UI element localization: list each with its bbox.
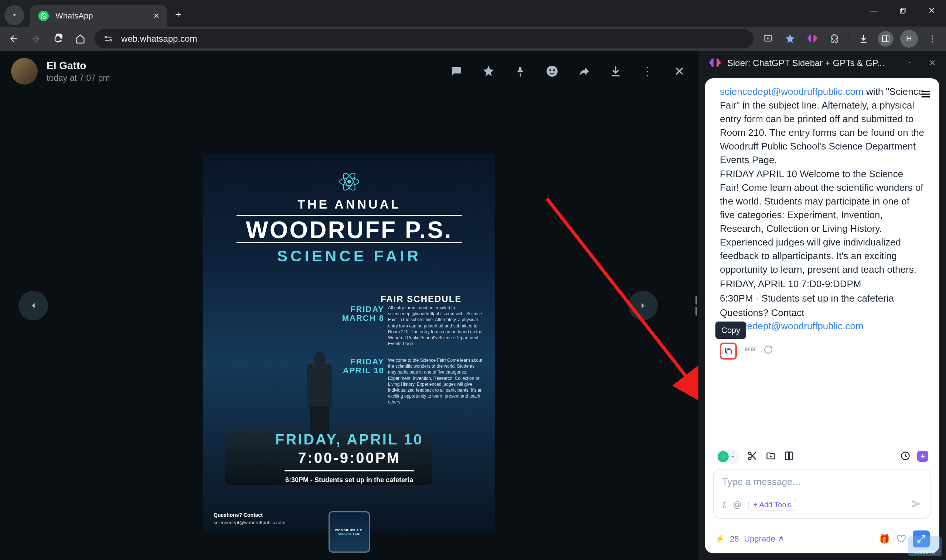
browser-toolbar: web.whatsapp.com H: [0, 26, 946, 51]
folder-add-icon[interactable]: [765, 451, 776, 463]
bookmark-star-icon[interactable]: [782, 31, 798, 46]
extensions-icon[interactable]: [827, 31, 842, 46]
book-icon[interactable]: [784, 451, 795, 463]
whatsapp-icon: [39, 11, 49, 21]
address-bar[interactable]: web.whatsapp.com: [94, 29, 753, 48]
quote-icon[interactable]: ““: [744, 343, 756, 360]
send-button[interactable]: [911, 498, 922, 511]
toolbar-divider: [849, 32, 849, 45]
poster-line3: SCIENCE FAIR: [203, 247, 495, 265]
media-thumbnails: WOODRUFF P.S. SCIENCE FAIR: [329, 511, 370, 552]
svg-rect-21: [727, 349, 731, 354]
svg-point-11: [553, 69, 555, 71]
media-timestamp: today at 7:07 pm: [46, 73, 110, 83]
browser-titlebar: WhatsApp ✕ + — ✕: [0, 0, 946, 26]
poster-line2: WOODRUFF P.S.: [203, 216, 495, 244]
svg-point-10: [549, 69, 551, 71]
ai-response-text: sciencedept@woodruffpublic.com with "Sci…: [705, 78, 939, 443]
svg-rect-0: [901, 8, 905, 12]
new-tab-button[interactable]: +: [175, 8, 181, 20]
sider-close-icon[interactable]: ✕: [929, 58, 936, 68]
thumbnail-selected[interactable]: WOODRUFF P.S. SCIENCE FAIR: [329, 511, 370, 552]
profile-avatar[interactable]: H: [900, 30, 918, 48]
svg-line-17: [547, 198, 698, 402]
tab-title: WhatsApp: [56, 11, 93, 21]
regenerate-icon[interactable]: [764, 345, 773, 358]
next-media-button[interactable]: [628, 291, 658, 320]
svg-rect-7: [883, 36, 889, 42]
pin-icon[interactable]: [512, 63, 528, 79]
close-viewer-icon[interactable]: ✕: [671, 63, 687, 79]
commands-icon[interactable]: ⁒: [722, 500, 726, 510]
copy-button[interactable]: Copy: [720, 343, 737, 360]
svg-point-4: [110, 40, 111, 41]
annotation-arrow: [543, 195, 698, 413]
star-icon[interactable]: [480, 63, 497, 79]
contact-name: El Gatto: [46, 60, 110, 72]
back-button[interactable]: [6, 31, 22, 46]
poster-para1: All entry forms must be emailed to scien…: [388, 305, 484, 347]
emoji-icon[interactable]: [544, 63, 560, 79]
history-icon[interactable]: [900, 451, 911, 463]
email-link-1[interactable]: sciencedept@woodruffpublic.com: [720, 86, 864, 97]
copy-tooltip: Copy: [715, 322, 746, 339]
svg-rect-1: [900, 9, 904, 13]
browser-tab-whatsapp[interactable]: WhatsApp ✕: [30, 5, 167, 26]
add-tools-button[interactable]: + Add Tools: [748, 499, 796, 511]
window-minimize-button[interactable]: —: [860, 0, 888, 22]
tab-close-icon[interactable]: ✕: [153, 11, 160, 20]
gift-icon[interactable]: 🎁: [879, 534, 890, 544]
svg-point-2: [105, 37, 106, 38]
contact-avatar[interactable]: [11, 58, 38, 85]
mention-icon[interactable]: @: [733, 500, 742, 510]
poster-setup: 6:30PM - Students set up in the cafeteri…: [203, 476, 495, 484]
message-input[interactable]: Type a message... ⁒ @ + Add Tools: [713, 469, 931, 518]
more-menu-icon[interactable]: ⋮: [639, 63, 656, 79]
scissors-icon[interactable]: [747, 451, 758, 463]
side-panel-icon[interactable]: [878, 31, 894, 46]
svg-point-22: [748, 452, 751, 455]
home-button[interactable]: [73, 31, 88, 46]
model-icon: [718, 451, 729, 462]
window-maximize-button[interactable]: [888, 0, 917, 22]
sider-logo-icon: [709, 57, 721, 69]
upgrade-link[interactable]: Upgrade: [744, 534, 784, 544]
forward-icon[interactable]: [576, 63, 592, 79]
forward-button[interactable]: [28, 31, 43, 46]
poster-line1: THE ANNUAL: [203, 197, 495, 212]
credits-count: 28: [730, 534, 739, 544]
whatsapp-media-viewer: El Gatto today at 7:07 pm ⋮ ✕: [0, 51, 698, 560]
poster-email: sciencedept@woodruffpublic.com: [214, 520, 285, 525]
heart-icon[interactable]: [897, 534, 906, 545]
hamburger-menu-icon[interactable]: [920, 89, 931, 101]
poster-questions: Questions? Contact: [214, 512, 263, 518]
browser-menu-icon[interactable]: ⋮: [924, 31, 940, 46]
model-selector[interactable]: [716, 450, 739, 464]
chat-icon[interactable]: [449, 63, 465, 79]
tab-search-button[interactable]: [5, 5, 25, 25]
download-icon[interactable]: [608, 63, 624, 79]
url-text: web.whatsapp.com: [121, 34, 197, 44]
panel-resize-handle[interactable]: [694, 291, 698, 320]
sider-panel: Sider: ChatGPT Sidebar + GPTs & GP... ✕ …: [698, 51, 946, 560]
reload-button[interactable]: [50, 31, 66, 46]
svg-point-23: [748, 457, 751, 460]
install-app-icon[interactable]: [760, 31, 776, 46]
downloads-icon[interactable]: [856, 31, 871, 46]
window-close-button[interactable]: ✕: [917, 0, 946, 22]
poster-big-date: FRIDAY, APRIL 10: [203, 431, 495, 448]
media-image[interactable]: THE ANNUAL WOODRUFF P.S. SCIENCE FAIR FA…: [203, 154, 495, 533]
sider-extension-icon[interactable]: [804, 31, 820, 46]
new-chat-icon[interactable]: +: [917, 451, 928, 462]
poster-schedule-heading: FAIR SCHEDULE: [381, 294, 461, 304]
poster-para2: Welcome to the Science Fair! Come learn …: [388, 357, 484, 405]
poster-big-time: 7:00-9:00PM: [203, 450, 495, 466]
bolt-icon: ⚡: [715, 534, 725, 544]
svg-point-12: [348, 180, 351, 183]
sider-dropdown-icon[interactable]: [906, 59, 913, 67]
sider-title: Sider: ChatGPT Sidebar + GPTs & GP...: [727, 58, 897, 68]
atom-icon: [338, 171, 360, 197]
previous-media-button[interactable]: [19, 291, 48, 320]
site-settings-icon[interactable]: [103, 33, 114, 44]
watermark: GADGETS: [908, 536, 941, 556]
